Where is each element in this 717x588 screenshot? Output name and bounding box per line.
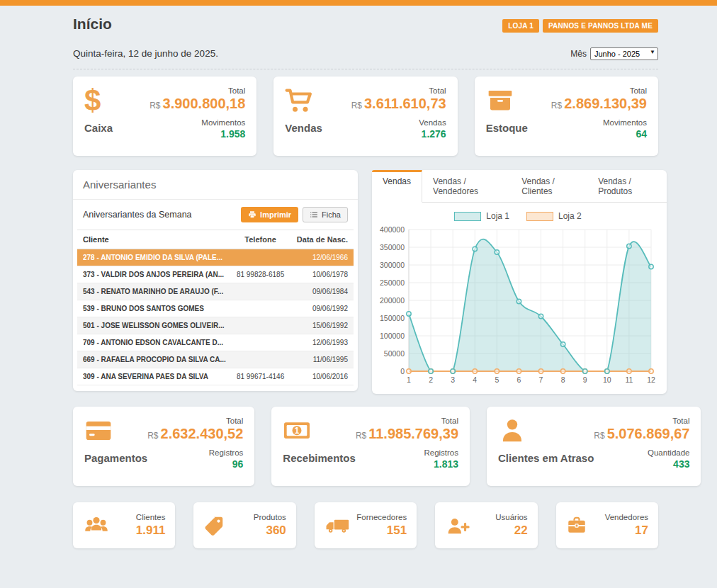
table-header: Cliente Telefone Data de Nasc. <box>77 230 354 249</box>
svg-text:5: 5 <box>495 375 499 384</box>
svg-text:350000: 350000 <box>380 243 405 251</box>
count-label: Movimentos <box>149 118 245 127</box>
svg-text:12: 12 <box>647 375 655 384</box>
vendedores-mini-card: Vendedores 17 <box>556 502 658 548</box>
count-value: 1.958 <box>149 128 245 140</box>
svg-text:10: 10 <box>603 375 611 384</box>
clientes-mini-card: Clientes 1.911 <box>73 502 175 548</box>
svg-text:250000: 250000 <box>380 278 405 287</box>
user-plus-icon <box>445 515 470 536</box>
total-amount: R$3.900.800,18 <box>149 95 245 113</box>
vendas-card: Vendas Total R$3.611.610,73 Vendas 1.276 <box>273 77 457 156</box>
svg-text:4: 4 <box>473 375 477 384</box>
pagamentos-card: Pagamentos Total R$2.632.430,52 Registro… <box>73 407 254 486</box>
company-button[interactable]: PANNOS E PANNOS LTDA ME <box>543 19 658 33</box>
svg-text:3: 3 <box>451 375 455 384</box>
briefcase-icon <box>566 515 587 536</box>
box-icon <box>486 86 514 115</box>
tag-icon <box>203 515 225 536</box>
svg-text:1: 1 <box>407 375 411 384</box>
sales-tabs: Vendas Vendas / Vendedores Vendas / Clie… <box>372 170 667 203</box>
month-label: Mês <box>570 49 587 59</box>
tab-vendas[interactable]: Vendas <box>372 170 422 203</box>
svg-text:8: 8 <box>561 375 565 384</box>
svg-text:9: 9 <box>583 375 587 384</box>
card-label: Vendas <box>285 122 322 134</box>
svg-text:0: 0 <box>400 367 405 375</box>
total-label: Total <box>149 86 245 95</box>
svg-text:400000: 400000 <box>380 225 405 234</box>
recebimentos-card: 1 Recebimentos Total R$11.985.769,39 Reg… <box>271 407 470 486</box>
birthdays-table: Cliente Telefone Data de Nasc. 278 - ANT… <box>77 230 354 385</box>
svg-text:1: 1 <box>295 426 300 436</box>
usuarios-mini-card: Usuários 22 <box>435 502 537 548</box>
page-header: Início LOJA 1 PANNOS E PANNOS LTDA ME Qu… <box>73 6 658 69</box>
sales-chart-panel: Vendas Vendas / Vendedores Vendas / Clie… <box>372 170 667 394</box>
top-accent-bar <box>0 0 717 6</box>
user-icon <box>498 417 526 445</box>
current-date: Quinta-feira, 12 de junho de 2025. <box>73 48 218 59</box>
svg-text:200000: 200000 <box>380 296 405 305</box>
table-row[interactable]: 309 - ANA SEVERINA PAES DA SILVA 81 9967… <box>77 368 354 385</box>
svg-text:6: 6 <box>517 375 521 384</box>
svg-text:100000: 100000 <box>380 332 405 340</box>
truck-icon <box>324 515 350 536</box>
mini-stat-cards: Clientes 1.911 Produtos 360 Fornecedor <box>73 502 658 548</box>
svg-text:11: 11 <box>625 375 633 384</box>
birthdays-panel-title: Aniversariantes <box>73 170 358 200</box>
table-row[interactable]: 709 - ANTONIO EDSON CAVALCANTE D... 12/0… <box>77 334 354 351</box>
table-row[interactable]: 373 - VALDIR DOS ANJOS PEREIRA (AN... 81… <box>77 266 354 283</box>
cart-icon <box>285 86 315 116</box>
loja1-swatch <box>454 212 481 221</box>
svg-text:50000: 50000 <box>384 349 405 358</box>
svg-text:7: 7 <box>539 375 543 384</box>
list-icon <box>310 210 318 219</box>
svg-text:2: 2 <box>429 375 433 384</box>
loja2-swatch <box>526 212 553 221</box>
table-row[interactable]: 501 - JOSE WELISSON GOMES OLIVEIR... 15/… <box>77 317 354 334</box>
table-row[interactable]: 669 - RAFAELA PROCOPIO DA SILVA CA... 11… <box>77 351 354 368</box>
month-picker: Mês Junho - 2025 ▼ <box>570 47 658 60</box>
svg-text:300000: 300000 <box>380 261 405 269</box>
table-row[interactable]: 278 - ANTONIO EMIDIO DA SILVA (PALE... 1… <box>77 249 354 266</box>
sales-area-chart: 1234567891011120500001000001500002000002… <box>378 224 658 390</box>
clientes-atraso-card: Clientes em Atraso Total R$5.076.869,67 … <box>487 407 701 486</box>
users-icon <box>83 514 110 536</box>
store-button[interactable]: LOJA 1 <box>502 19 539 33</box>
table-row[interactable]: 543 - RENATO MARINHO DE ARAUJO (F... 09/… <box>77 283 354 300</box>
top-stat-cards: $ Caixa Total R$3.900.800,18 Movimentos … <box>73 77 658 156</box>
birthdays-subtitle: Aniversariantes da Semana <box>83 210 192 220</box>
dollar-icon: $ <box>84 86 101 115</box>
money-bill-icon: 1 <box>283 417 311 445</box>
ficha-button[interactable]: Ficha <box>303 207 348 222</box>
chart-legend: Loja 1 Loja 2 <box>378 211 658 221</box>
tab-vendas-clientes[interactable]: Vendas / Clientes <box>511 170 587 202</box>
svg-text:150000: 150000 <box>380 314 405 322</box>
tab-vendas-vendedores[interactable]: Vendas / Vendedores <box>422 170 511 202</box>
produtos-mini-card: Produtos 360 <box>193 502 295 548</box>
tab-vendas-produtos[interactable]: Vendas / Produtos <box>587 170 667 202</box>
estoque-card: Estoque Total R$2.869.130,39 Movimentos … <box>475 77 658 156</box>
table-row[interactable]: 539 - BRUNO DOS SANTOS GOMES 09/06/1992 <box>77 300 354 317</box>
bottom-stat-cards: Pagamentos Total R$2.632.430,52 Registro… <box>73 407 658 486</box>
card-label: Caixa <box>84 122 113 134</box>
printer-icon <box>248 210 256 219</box>
month-select[interactable]: Junho - 2025 <box>590 47 658 60</box>
caixa-card: $ Caixa Total R$3.900.800,18 Movimentos … <box>73 77 256 156</box>
print-button[interactable]: Imprimir <box>241 207 298 222</box>
credit-card-icon <box>84 417 113 445</box>
fornecedores-mini-card: Fornecedores 151 <box>315 502 417 548</box>
birthdays-panel: Aniversariantes Aniversariantes da Seman… <box>73 170 358 391</box>
